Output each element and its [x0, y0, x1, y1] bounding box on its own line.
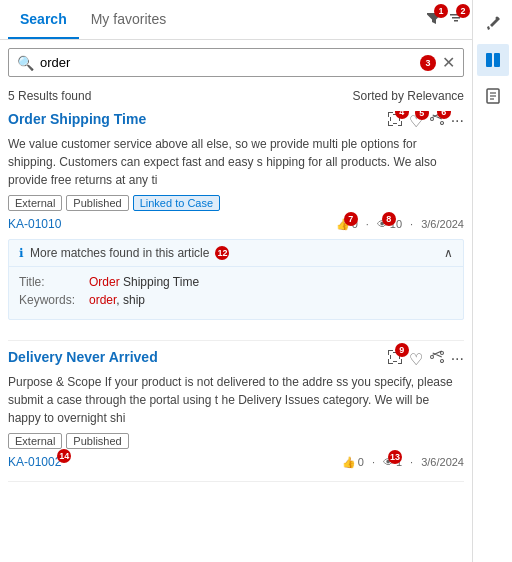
filter-badge: 1	[434, 4, 448, 18]
article-actions: 4 ♡ 5 6 ···	[387, 111, 464, 131]
results-area: Order Shipping Time 4 ♡ 5 6 ···	[0, 111, 472, 562]
more-matches-header[interactable]: ℹ More matches found in this article 12 …	[9, 240, 463, 266]
more-matches-body: Title: Order Shipping Time Keywords: ord…	[9, 266, 463, 319]
results-count: 5 Results found	[8, 89, 91, 103]
article-number[interactable]: KA-01010	[8, 217, 61, 231]
action-badge-5: 5	[415, 111, 429, 120]
tag-published: Published	[66, 195, 128, 211]
tabs-bar: Search My favorites 1 2	[0, 0, 472, 40]
sort-label: Sorted by Relevance	[353, 89, 464, 103]
clear-search-button[interactable]: ✕	[442, 53, 455, 72]
meta-dot2: ·	[410, 456, 413, 468]
article-excerpt: We value customer service above all else…	[8, 135, 464, 189]
meta-dot2: ·	[410, 218, 413, 230]
likes-count: 0	[358, 456, 364, 468]
article-title[interactable]: Order Shipping Time	[8, 111, 146, 127]
more-icon[interactable]: ···	[451, 350, 464, 368]
tab-icons: 1 2	[426, 10, 464, 30]
article-tags: External Published	[8, 433, 464, 449]
eye-icon: 👁 13	[383, 456, 394, 468]
link-icon[interactable]: 9	[387, 349, 403, 369]
article-number-text: KA-01002	[8, 455, 61, 469]
eye-icon: 👁 8	[377, 218, 388, 230]
svg-point-0	[495, 17, 498, 20]
action-badge-9: 9	[395, 343, 409, 357]
tag-external: External	[8, 433, 62, 449]
link-icon[interactable]: 4	[387, 111, 403, 131]
views-item: 👁 8 10	[377, 218, 402, 230]
search-icon: 🔍	[17, 55, 34, 71]
tag-published: Published	[66, 433, 128, 449]
share-icon[interactable]	[429, 349, 445, 369]
search-bar: 🔍 3 ✕	[8, 48, 464, 77]
meta-dot: ·	[372, 456, 375, 468]
article-date: 3/6/2024	[421, 218, 464, 230]
search-input[interactable]	[40, 55, 416, 70]
sort-icon-button[interactable]: 2	[448, 10, 464, 30]
match-row-title: Title: Order Shipping Time	[19, 275, 453, 289]
share-icon[interactable]: 6	[429, 111, 445, 131]
article-number-badge: 14	[57, 449, 71, 463]
more-matches-label: More matches found in this article	[30, 246, 209, 260]
meta-right: 👍 0 · 👁 13 1 · 3/6/2024	[342, 456, 464, 469]
tools-button[interactable]	[477, 8, 509, 40]
article-meta: KA-01002 14 👍 0 · 👁 13 1	[8, 455, 464, 469]
match-value-title: Order Shipping Time	[89, 275, 199, 289]
columns-button[interactable]	[477, 44, 509, 76]
results-header: 5 Results found Sorted by Relevance	[0, 85, 472, 111]
article-tags: External Published Linked to Case	[8, 195, 464, 211]
meta-right: 👍 7 0 · 👁 8 10 · 3/6/2024	[336, 218, 464, 231]
notes-button[interactable]	[477, 80, 509, 112]
views-badge: 13	[388, 450, 402, 464]
match-row-keywords: Keywords: order, ship	[19, 293, 453, 307]
match-label-keywords: Keywords:	[19, 293, 89, 307]
more-icon[interactable]: ···	[451, 112, 464, 130]
article-number[interactable]: KA-01002 14	[8, 455, 61, 469]
tab-search[interactable]: Search	[8, 1, 79, 39]
thumbs-up-icon: 👍 7	[336, 218, 350, 231]
views-badge: 8	[382, 212, 396, 226]
article-card: Order Shipping Time 4 ♡ 5 6 ···	[8, 111, 464, 341]
article-excerpt: Purpose & Scope If your product is not d…	[8, 373, 464, 427]
tag-linked: Linked to Case	[133, 195, 220, 211]
article-header: Order Shipping Time 4 ♡ 5 6 ···	[8, 111, 464, 131]
match-value-keywords: order, ship	[89, 293, 145, 307]
likes-item: 👍 7 0	[336, 218, 358, 231]
article-card: Delivery Never Arrived 9 ♡ ··· Purpose &…	[8, 349, 464, 482]
svg-rect-1	[486, 53, 492, 67]
svg-rect-2	[494, 53, 500, 67]
collapse-icon[interactable]: ∧	[444, 246, 453, 260]
sidebar	[472, 0, 512, 562]
filter-icon-button[interactable]: 1	[426, 10, 442, 30]
tab-favorites[interactable]: My favorites	[79, 1, 178, 39]
heart-icon[interactable]: ♡ 5	[409, 112, 423, 131]
tag-external: External	[8, 195, 62, 211]
thumbs-up-icon: 👍	[342, 456, 356, 469]
article-meta: KA-01010 👍 7 0 · 👁 8	[8, 217, 464, 231]
article-date: 3/6/2024	[421, 456, 464, 468]
more-matches-badge: 12	[215, 246, 229, 260]
main-content: Search My favorites 1 2 🔍 3 ✕ 5 Results …	[0, 0, 472, 562]
heart-icon[interactable]: ♡	[409, 350, 423, 369]
article-actions: 9 ♡ ···	[387, 349, 464, 369]
more-matches-info-icon: ℹ	[19, 246, 24, 260]
article-title[interactable]: Delivery Never Arrived	[8, 349, 158, 365]
likes-badge: 7	[344, 212, 358, 226]
more-matches-panel: ℹ More matches found in this article 12 …	[8, 239, 464, 320]
likes-item: 👍 0	[342, 456, 364, 469]
sort-badge: 2	[456, 4, 470, 18]
meta-dot: ·	[366, 218, 369, 230]
article-header: Delivery Never Arrived 9 ♡ ···	[8, 349, 464, 369]
views-item: 👁 13 1	[383, 456, 402, 468]
search-badge: 3	[420, 55, 436, 71]
match-label-title: Title:	[19, 275, 89, 289]
